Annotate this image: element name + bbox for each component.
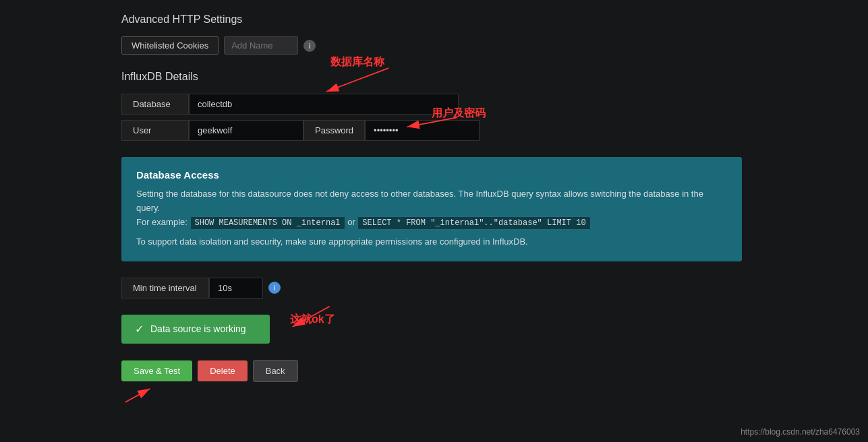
ok-annotation: 这就ok了 (290, 313, 335, 327)
database-access-note: To support data isolation and security, … (136, 235, 727, 249)
watermark: https://blog.csdn.net/zha6476003 (741, 427, 860, 437)
code-example-2: SELECT * FROM "_internal".."database" LI… (357, 216, 590, 230)
delete-button[interactable]: Delete (198, 360, 248, 381)
database-input[interactable] (189, 94, 459, 115)
user-input[interactable] (189, 120, 303, 141)
database-access-box: Database Access Setting the database for… (121, 157, 742, 261)
database-access-description: Setting the database for this datasource… (136, 187, 727, 230)
database-access-title: Database Access (136, 169, 727, 181)
min-time-interval-label: Min time interval (121, 278, 209, 298)
whitelisted-cookies-info-icon[interactable]: i (303, 40, 316, 52)
min-time-interval-info-icon[interactable]: i (268, 282, 281, 294)
check-icon: ✓ (135, 323, 144, 336)
action-buttons-row: Save & Test Delete Back (121, 360, 841, 382)
back-button[interactable]: Back (253, 360, 298, 382)
svg-line-3 (293, 307, 330, 327)
db-name-annotation: 数据库名称 (330, 55, 384, 69)
code-example-1: SHOW MEASUREMENTS ON _internal (190, 216, 345, 230)
database-label: Database (121, 94, 189, 115)
advanced-http-settings-title: Advanced HTTP Settings (121, 13, 841, 26)
whitelisted-cookies-tab[interactable]: Whitelisted Cookies (121, 36, 219, 55)
example-prefix: For example: (136, 217, 187, 227)
datasource-status-text: Data source is working (150, 323, 246, 334)
save-test-button[interactable]: Save & Test (121, 360, 192, 381)
user-label: User (121, 120, 189, 141)
datasource-status-banner: ✓ Data source is working (121, 315, 270, 344)
influxdb-details-title: InfluxDB Details (121, 71, 841, 83)
password-input[interactable] (365, 120, 480, 141)
min-time-interval-input[interactable] (209, 278, 263, 298)
code-or: or (347, 217, 357, 227)
svg-line-4 (125, 389, 150, 402)
password-label: Password (303, 120, 365, 141)
add-name-input[interactable] (224, 36, 298, 55)
